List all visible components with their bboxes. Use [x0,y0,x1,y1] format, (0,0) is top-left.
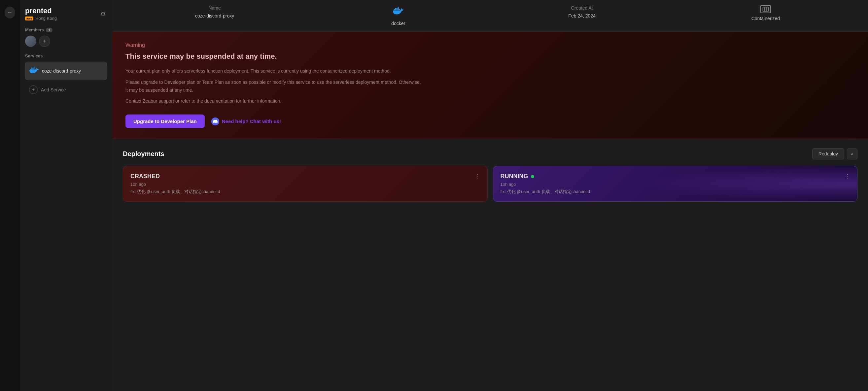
main-content: Name coze-discord-proxy docker Created A… [112,0,868,391]
services-section: Services coze-discord-proxy + Add Servic… [25,54,107,97]
svg-rect-0 [763,7,768,11]
avatar [25,36,36,47]
add-service-plus-icon: + [29,86,38,94]
sidebar: prented aws Hong Kong ⚙ Members 1 + Serv… [20,0,112,391]
members-section: Members 1 + [25,27,107,47]
zeabur-support-link[interactable]: Zeabur support [143,98,174,104]
back-button[interactable]: ← [5,7,15,19]
settings-button[interactable]: ⚙ [99,9,107,19]
deploy-status-crashed: CRASHED [130,173,480,180]
deployments-header: Deployments Redeploy ∧ [123,148,858,159]
warning-banner: Warning This service may be suspended at… [112,32,868,139]
name-value: coze-discord-proxy [195,13,234,19]
warning-body3-suffix: for further information. [235,98,282,104]
deploy-commit-running: fix: 优化 多user_auth 负载、对话指定channelId [500,189,850,195]
deploy-time-crashed: 10h ago [130,182,480,187]
chat-label: Need help? Chat with us! [222,119,281,124]
members-label: Members 1 [25,27,107,32]
header-deploy-col: Containerized [674,5,858,26]
deployments-grid: CRASHED 10h ago fix: 优化 多user_auth 负载、对话… [123,166,858,202]
docker-header-icon [393,5,403,18]
deploy-time-running: 10h ago [500,182,850,187]
warning-body-3: Contact Zeabur support or refer to the d… [125,97,423,105]
add-member-button[interactable]: + [39,36,50,47]
region-name: Hong Kong [35,16,57,21]
back-area: ← [0,0,20,391]
warning-body-1: Your current plan only offers serverless… [125,67,423,75]
aws-badge: aws [25,17,33,21]
deployment-menu-button-running[interactable]: ⋮ [843,171,852,182]
deployments-controls: Redeploy ∧ [812,148,858,159]
plus-icon: + [43,38,46,45]
services-label: Services [25,54,107,58]
running-status-dot [531,175,534,178]
warning-small-title: Warning [125,42,855,48]
redeploy-button[interactable]: Redeploy [812,148,844,159]
service-header: Name coze-discord-proxy docker Created A… [112,0,868,32]
content-scroll: Warning This service may be suspended at… [112,32,868,391]
add-service-label: Add Service [41,87,66,92]
gear-icon: ⚙ [100,10,106,17]
deploy-value: Containerized [751,16,780,21]
header-created-col: Created At Feb 24, 2024 [490,5,674,26]
deploy-status-running: RUNNING [500,173,850,180]
deployment-card-running: RUNNING 10h ago fix: 优化 多user_auth 负载、对话… [493,166,858,202]
deployment-menu-button-crashed[interactable]: ⋮ [473,171,482,182]
warning-actions: Upgrade to Developer Plan Need help? Cha… [125,115,855,128]
deploy-commit-crashed: fix: 优化 多user_auth 负载、对话指定channelId [130,189,480,195]
created-label: Created At [571,5,593,10]
chat-link[interactable]: Need help? Chat with us! [211,118,281,125]
warning-big-title: This service may be suspended at any tim… [125,52,855,61]
created-value: Feb 24, 2024 [568,13,596,19]
upgrade-button[interactable]: Upgrade to Developer Plan [125,115,205,128]
members-count-badge: 1 [46,28,53,32]
avatar-image [25,36,36,47]
members-row: + [25,36,107,47]
warning-body3-mid: or refer to [174,98,196,104]
containerized-icon [761,5,771,13]
project-info: prented aws Hong Kong [25,7,57,21]
sidebar-header: prented aws Hong Kong ⚙ [25,7,107,21]
header-name-col: Name coze-discord-proxy [123,5,306,26]
name-label: Name [208,5,221,10]
docker-service-icon [29,65,39,76]
sidebar-item-coze-discord-proxy[interactable]: coze-discord-proxy [25,62,107,80]
services-text: Services [25,54,43,58]
documentation-link[interactable]: the documentation [197,98,235,104]
discord-icon [211,118,219,125]
service-name: coze-discord-proxy [42,68,81,73]
project-region: aws Hong Kong [25,16,57,21]
header-type-col: docker [306,5,490,26]
crashed-status-text: CRASHED [130,173,160,180]
warning-body-2: Please upgrade to Developer plan or Team… [125,78,423,94]
chevron-up-icon: ∧ [850,152,854,156]
running-status-text: RUNNING [500,173,528,180]
deployments-section: Deployments Redeploy ∧ CRASHED 10h ago [112,139,868,211]
redeploy-label: Redeploy [818,151,838,156]
type-value: docker [391,21,405,26]
warning-body3-prefix: Contact [125,98,143,104]
add-service-button[interactable]: + Add Service [25,82,107,97]
project-name: prented [25,7,57,15]
collapse-button[interactable]: ∧ [847,149,858,159]
members-text: Members [25,27,44,32]
back-arrow-icon: ← [7,9,12,15]
deployments-title: Deployments [123,150,164,158]
deployment-card-crashed: CRASHED 10h ago fix: 优化 多user_auth 负载、对话… [123,166,488,202]
